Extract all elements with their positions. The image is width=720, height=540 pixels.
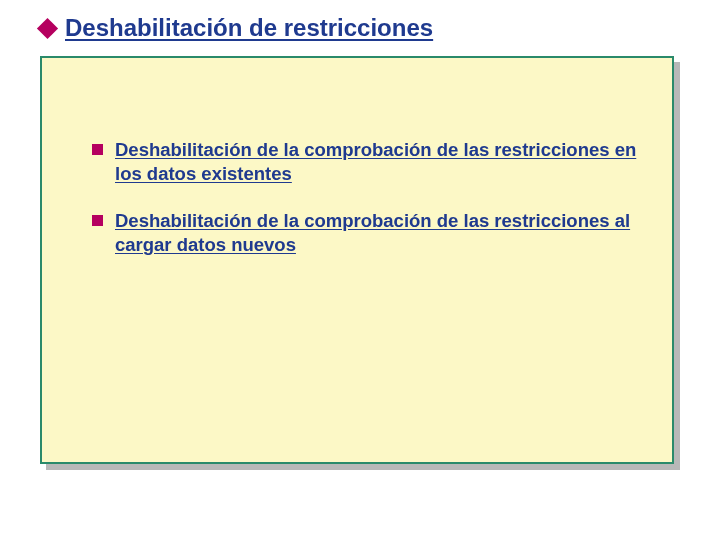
list-item: Deshabilitación de la comprobación de la…	[92, 209, 652, 256]
content-box: Deshabilitación de la comprobación de la…	[40, 56, 674, 464]
square-bullet-icon	[92, 144, 103, 155]
bullet-text: Deshabilitación de la comprobación de la…	[115, 138, 652, 185]
diamond-bullet-icon	[37, 18, 58, 39]
list-item: Deshabilitación de la comprobación de la…	[92, 138, 652, 185]
title-row: Deshabilitación de restricciones	[38, 14, 684, 43]
slide-title: Deshabilitación de restricciones	[65, 14, 433, 43]
slide-title-row: Deshabilitación de restricciones	[38, 14, 684, 43]
bullet-text: Deshabilitación de la comprobación de la…	[115, 209, 652, 256]
square-bullet-icon	[92, 215, 103, 226]
